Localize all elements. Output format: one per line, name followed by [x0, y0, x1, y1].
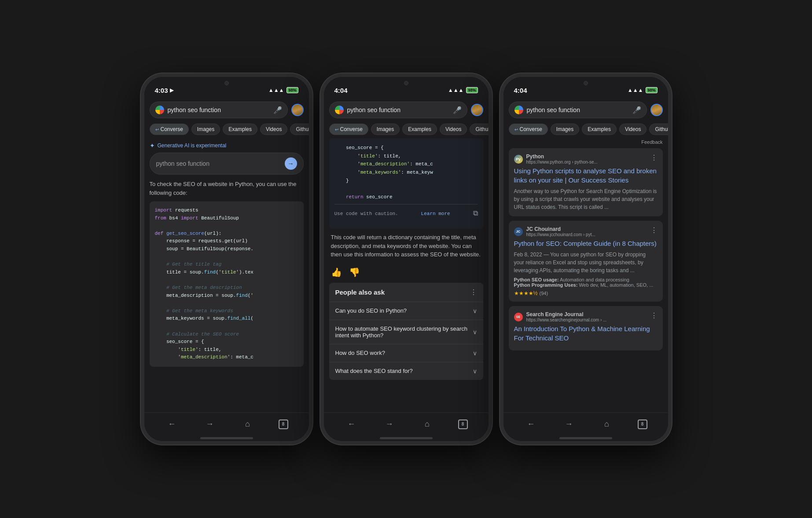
ai-notice: ✦ Generative AI is experimental: [150, 139, 304, 153]
forward-btn-right[interactable]: →: [562, 417, 576, 431]
search-bar-right: python seo function 🎤: [503, 98, 668, 122]
tab-examples-left[interactable]: Examples: [223, 124, 257, 135]
tabs-btn-right[interactable]: 8: [638, 420, 647, 429]
phone-middle: 4:04 ▲▲▲ 98% python seo function 🎤 ↩ Con…: [320, 73, 492, 445]
forward-btn-mid[interactable]: →: [382, 417, 397, 431]
source-name-2: Search Engine Journal: [526, 311, 607, 317]
search-bar-mid: python seo function 🎤: [324, 98, 489, 122]
tab-converse-right[interactable]: ↩ Converse: [509, 124, 548, 135]
source-info-0: Python https://www.python.org › python-s…: [526, 153, 598, 164]
wifi-icon: ▲▲▲: [268, 87, 284, 93]
back-btn-left[interactable]: ←: [165, 417, 179, 431]
home-btn-left[interactable]: ⌂: [241, 417, 255, 431]
tab-examples-mid[interactable]: Examples: [402, 124, 437, 135]
favicon-sej: SE: [514, 313, 523, 321]
converse-icon-mid: ↩: [335, 127, 338, 132]
tab-converse-mid[interactable]: ↩ Converse: [329, 124, 368, 135]
ask-item-text-1: How to automate SEO keyword clustering b…: [335, 325, 473, 339]
rating-count-1: (94): [540, 291, 548, 296]
filter-tabs-left: ↩ Converse Images Examples Videos Github: [144, 122, 309, 139]
ask-item-3[interactable]: What does the SEO stand for? ∨: [329, 362, 483, 380]
back-btn-mid[interactable]: ←: [345, 417, 359, 431]
mic-icon-left[interactable]: 🎤: [273, 106, 282, 114]
result-snippet-0: Another way to use Python for Search Eng…: [514, 187, 658, 211]
mic-icon-mid[interactable]: 🎤: [453, 106, 462, 114]
converse-input-text: python seo function: [156, 160, 209, 167]
result-title-1[interactable]: Python for SEO: Complete Guide (in 8 Cha…: [514, 239, 658, 248]
source-info-1: JC Chouinard https://www.jcchouinard.com…: [526, 226, 595, 237]
tab-images-mid[interactable]: Images: [371, 124, 400, 135]
home-indicator-left: [200, 437, 253, 439]
scroll-content-right: Feedback Py Python https://www.python.or…: [503, 139, 668, 412]
wifi-icon-right: ▲▲▲: [628, 87, 643, 93]
more-icon-0[interactable]: ⋮: [650, 153, 658, 162]
result-card-0[interactable]: Py Python https://www.python.org › pytho…: [509, 148, 663, 216]
code-desc-mid: This code will return a dictionary conta…: [329, 233, 483, 259]
source-url-0: https://www.python.org › python-se...: [526, 160, 598, 164]
result-title-0[interactable]: Using Python scripts to analyse SEO and …: [514, 166, 658, 185]
home-indicator-mid: [380, 437, 433, 439]
status-icons-left: ▲▲▲ 98%: [268, 87, 298, 93]
converse-send-btn[interactable]: →: [285, 157, 297, 170]
thumbs-down-icon[interactable]: 👎: [349, 267, 360, 277]
avatar-mid[interactable]: [471, 104, 483, 116]
more-options-icon[interactable]: ⋮: [470, 288, 477, 296]
status-time-mid: 4:04: [334, 87, 348, 94]
status-time-right: 4:04: [514, 87, 527, 94]
result-title-2[interactable]: An Introduction To Python & Machine Lear…: [514, 324, 658, 343]
ask-item-1[interactable]: How to automate SEO keyword clustering b…: [329, 320, 483, 344]
tab-examples-right[interactable]: Examples: [582, 124, 617, 135]
converse-input[interactable]: python seo function →: [150, 153, 304, 175]
tabs-btn-left[interactable]: 8: [279, 420, 288, 429]
tab-videos-mid[interactable]: Videos: [440, 124, 467, 135]
more-icon-2[interactable]: ⋮: [650, 311, 658, 320]
forward-btn-left[interactable]: →: [203, 417, 217, 431]
result-card-2[interactable]: SE Search Engine Journal https://www.sea…: [509, 306, 663, 350]
result-meta-1: Python SEO usage: Automation and data pr…: [514, 277, 658, 288]
ask-item-2[interactable]: How do SEO work? ∨: [329, 344, 483, 362]
battery-badge: 98%: [287, 87, 298, 93]
tab-github-right[interactable]: Github: [649, 124, 668, 135]
description-text: To check the SEO of a website in Python,…: [150, 180, 304, 197]
tabs-btn-mid[interactable]: 8: [458, 420, 468, 429]
search-text-right: python seo function: [527, 106, 629, 113]
wifi-icon-mid: ▲▲▲: [448, 87, 464, 93]
favicon-jc: JC: [514, 227, 523, 236]
tab-images-left[interactable]: Images: [191, 124, 220, 135]
result-card-1[interactable]: JC JC Chouinard https://www.jcchouinard.…: [509, 221, 663, 302]
tab-videos-right[interactable]: Videos: [619, 124, 647, 135]
tab-videos-left[interactable]: Videos: [260, 124, 287, 135]
search-input-wrap-left[interactable]: python seo function 🎤: [150, 102, 288, 118]
thumbs-up-icon[interactable]: 👍: [331, 267, 342, 277]
code-block-left: import requests from bs4 import Beautifu…: [150, 201, 304, 367]
phone-left: 4:03 ▶ ▲▲▲ 98% python seo function 🎤: [141, 73, 312, 445]
back-btn-right[interactable]: ←: [524, 417, 538, 431]
tab-github-mid[interactable]: Github: [470, 124, 488, 135]
search-input-wrap-mid[interactable]: python seo function 🎤: [329, 102, 467, 118]
avatar-left[interactable]: [291, 104, 304, 116]
ai-icon: ✦: [150, 142, 155, 149]
ask-item-0[interactable]: Can you do SEO in Python? ∨: [329, 302, 483, 320]
home-btn-right[interactable]: ⌂: [600, 417, 614, 431]
filter-tabs-mid: ↩ Converse Images Examples Videos Github: [324, 122, 489, 139]
home-indicator-right: [559, 437, 612, 439]
more-icon-1[interactable]: ⋮: [650, 226, 658, 234]
ask-item-text-3: What does the SEO stand for?: [335, 368, 473, 374]
search-input-wrap-right[interactable]: python seo function 🎤: [509, 102, 647, 118]
tab-images-right[interactable]: Images: [551, 124, 579, 135]
tab-github-left[interactable]: Github: [290, 124, 309, 135]
bottom-nav-left: ← → ⌂ 8: [144, 412, 309, 435]
search-text-left: python seo function: [168, 106, 270, 113]
chevron-icon-3: ∨: [473, 368, 477, 375]
tab-converse-left[interactable]: ↩ Converse: [150, 124, 189, 135]
home-btn-mid[interactable]: ⌂: [420, 417, 434, 431]
avatar-right[interactable]: [650, 104, 663, 116]
status-icons-right: ▲▲▲ 98%: [628, 87, 658, 93]
ask-item-text-0: Can you do SEO in Python?: [335, 307, 473, 314]
result-source-0: Py Python https://www.python.org › pytho…: [514, 153, 598, 164]
google-logo-right: [514, 106, 523, 114]
result-source-1: JC JC Chouinard https://www.jcchouinard.…: [514, 226, 595, 237]
learn-more-link[interactable]: Learn more: [421, 210, 450, 218]
mic-icon-right[interactable]: 🎤: [632, 106, 641, 114]
copy-icon[interactable]: ⧉: [473, 208, 478, 220]
